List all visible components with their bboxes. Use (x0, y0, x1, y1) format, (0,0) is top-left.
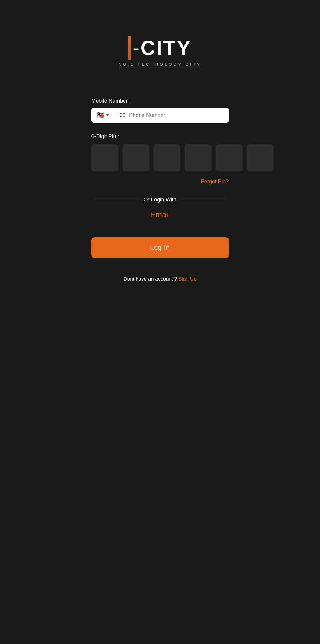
phone-input[interactable] (129, 112, 224, 118)
pin-label: 6-Digit Pin : (91, 133, 229, 140)
logo-dash: - (133, 38, 140, 58)
malaysia-flag-icon: 🇲🇾 (96, 112, 104, 118)
pin-box-6[interactable] (247, 144, 274, 171)
forgot-pin-link[interactable]: Forgot Pin? (201, 178, 229, 185)
country-code: +60 (113, 112, 129, 118)
signup-link[interactable]: Sign Up (178, 276, 196, 282)
pin-inputs (91, 144, 229, 171)
chevron-down-icon (106, 114, 109, 116)
divider-line-left (91, 200, 139, 200)
form-section: Mobile Number : 🇲🇾 +60 6-Digit Pin : For… (91, 98, 229, 282)
country-selector[interactable]: 🇲🇾 (96, 112, 113, 118)
logo-i-bar (128, 36, 131, 60)
pin-box-3[interactable] (154, 144, 180, 171)
phone-input-container: 🇲🇾 +60 (91, 108, 229, 123)
pin-box-4[interactable] (185, 144, 212, 171)
pin-box-2[interactable] (123, 144, 149, 171)
page-container: - CITY NO.1 TECHNOLOGY CITY Mobile Numbe… (79, 0, 241, 644)
login-button[interactable]: Log In (91, 237, 229, 258)
logo-section: - CITY NO.1 TECHNOLOGY CITY (119, 36, 202, 68)
signup-text: Dont have an account ? (123, 276, 177, 282)
signup-row: Dont have an account ? Sign Up (91, 276, 229, 282)
logo-text: - CITY (128, 36, 192, 60)
logo-city: CITY (140, 38, 192, 58)
logo-subtitle: NO.1 TECHNOLOGY CITY (119, 62, 202, 68)
divider-text: Or Login With (139, 197, 181, 203)
pin-box-5[interactable] (216, 144, 243, 171)
forgot-pin-row: Forgot Pin? (91, 178, 229, 185)
divider-row: Or Login With (91, 197, 229, 203)
divider-line-right (181, 200, 229, 200)
email-login-link[interactable]: Email (91, 210, 229, 219)
pin-box-1[interactable] (91, 144, 118, 171)
mobile-number-label: Mobile Number : (91, 98, 229, 104)
